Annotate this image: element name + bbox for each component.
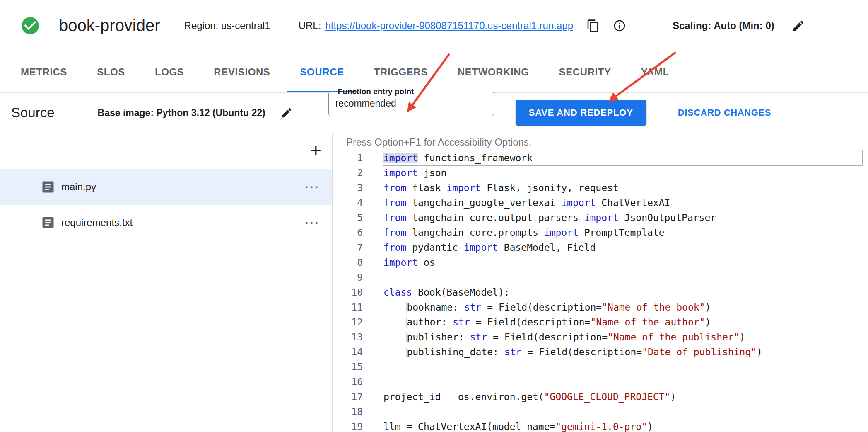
code-text: class Book(BaseModel): [383,285,862,300]
code-editor[interactable]: Press Option+F1 for Accessibility Option… [333,133,868,432]
cloud-run-service-page: book-provider Region: us-central1 URL: h… [0,0,868,432]
line-number: 13 [346,330,363,345]
line-number: 1 [346,150,363,165]
code-text: import json [383,165,862,180]
file-name: requirements.txt [61,217,305,228]
code-line-19[interactable]: 19llm = ChatVertexAI(model_name="gemini-… [346,419,862,432]
code-line-13[interactable]: 13 publisher: str = Field(description="N… [346,330,862,345]
code-line-18[interactable]: 18 [346,404,862,419]
scaling-label: Scaling: Auto (Min: 0) [673,20,774,32]
tab-source[interactable]: SOURCE [287,51,356,92]
line-number: 5 [346,210,363,225]
copy-url-icon[interactable] [586,19,600,32]
service-url-link[interactable]: https://book-provider-908087151170.us-ce… [325,20,573,32]
service-title: book-provider [59,16,160,35]
line-number: 18 [346,404,363,419]
line-number: 7 [346,240,363,255]
source-section-title: Source [11,105,55,121]
accessibility-hint: Press Option+F1 for Accessibility Option… [346,136,868,149]
line-number: 17 [346,389,363,404]
tab-triggers[interactable]: TRIGGERS [362,51,440,92]
code-text: from pydantic import BaseModel, Field [383,240,862,255]
code-text: author: str = Field(description="Name of… [383,315,862,330]
base-image-label: Base image: Python 3.12 (Ubuntu 22) [98,107,265,119]
tab-security[interactable]: SECURITY [547,51,624,92]
code-text: import functions_framework [383,150,862,165]
code-text: from flask import Flask, jsonify, reques… [383,180,862,195]
code-line-12[interactable]: 12 author: str = Field(description="Name… [346,315,862,330]
line-number: 8 [346,255,363,270]
code-line-8[interactable]: 8import os [346,255,862,270]
line-number: 2 [346,165,363,180]
service-status-ok-icon [20,15,41,36]
code-text: from langchain_core.output_parsers impor… [383,210,862,225]
code-line-10[interactable]: 10class Book(BaseModel): [346,285,862,300]
code-text: publishing_date: str = Field(description… [383,345,862,359]
file-panel-header: + [0,133,332,169]
add-file-button[interactable]: + [310,141,321,160]
tab-revisions[interactable]: REVISIONS [201,51,282,92]
info-icon[interactable] [613,19,626,32]
line-number: 11 [346,300,363,315]
code-text [383,404,862,419]
discard-changes-button[interactable]: DISCARD CHANGES [675,107,774,119]
edit-base-image-icon[interactable] [280,107,293,119]
code-line-7[interactable]: 7from pydantic import BaseModel, Field [346,240,862,255]
code-text: import os [383,255,862,270]
file-more-options-icon[interactable]: ··· [305,184,320,190]
line-number: 15 [346,359,363,374]
code-line-3[interactable]: 3from flask import Flask, jsonify, reque… [346,180,862,195]
code-lines[interactable]: 1import functions_framework2import json3… [346,150,868,432]
code-text: publisher: str = Field(description="Name… [383,330,862,345]
file-row-main-py[interactable]: main.py ··· [0,169,332,205]
line-number: 4 [346,195,363,210]
code-line-5[interactable]: 5from langchain_core.output_parsers impo… [346,210,862,225]
line-number: 12 [346,315,363,330]
code-line-15[interactable]: 15 [346,359,862,374]
source-action-bar: Source Base image: Python 3.12 (Ubuntu 2… [0,93,868,133]
tab-logs[interactable]: LOGS [142,51,196,92]
line-number: 14 [346,345,363,359]
line-number: 10 [346,285,363,300]
line-number: 6 [346,225,363,240]
code-line-2[interactable]: 2import json [346,165,862,180]
tab-metrics[interactable]: METRICS [8,51,80,92]
code-text [383,270,862,285]
line-number: 16 [346,374,363,389]
function-entry-point-label: Function entry point [335,87,417,96]
code-text: project_id = os.environ.get("GOOGLE_CLOU… [383,389,862,404]
code-text: from langchain_core.prompts import Promp… [383,225,862,240]
tab-networking[interactable]: NETWORKING [445,51,542,92]
code-line-17[interactable]: 17project_id = os.environ.get("GOOGLE_CL… [346,389,862,404]
function-entry-point-field: Function entry point [328,87,494,116]
code-text: llm = ChatVertexAI(model_name="gemini-1.… [383,419,862,432]
service-url-group: URL: https://book-provider-908087151170.… [299,19,626,32]
line-number: 19 [346,419,363,432]
file-more-options-icon[interactable]: ··· [305,220,320,226]
file-document-icon [41,215,55,230]
function-entry-point-input[interactable] [335,96,488,112]
code-line-16[interactable]: 16 [346,374,862,389]
code-line-11[interactable]: 11 bookname: str = Field(description="Na… [346,300,862,315]
line-number: 3 [346,180,363,195]
tab-slos[interactable]: SLOS [84,51,137,92]
code-line-6[interactable]: 6from langchain_core.prompts import Prom… [346,225,862,240]
source-content: + main.py ··· requirements.txt ··· Press… [0,133,868,432]
tab-bar: METRICS SLOS LOGS REVISIONS SOURCE TRIGG… [0,51,868,93]
save-and-redeploy-button[interactable]: SAVE AND REDEPLOY [516,100,646,126]
file-row-requirements-txt[interactable]: requirements.txt ··· [0,205,332,240]
file-name: main.py [61,181,305,193]
code-text [383,359,862,374]
line-number: 9 [346,270,363,285]
code-line-4[interactable]: 4from langchain_google_vertexai import C… [346,195,862,210]
code-line-9[interactable]: 9 [346,270,862,285]
code-line-14[interactable]: 14 publishing_date: str = Field(descript… [346,345,862,359]
code-line-1[interactable]: 1import functions_framework [346,150,862,165]
code-text: bookname: str = Field(description="Name … [383,300,862,315]
tab-yaml[interactable]: YAML [629,51,682,92]
edit-scaling-icon[interactable] [792,19,805,32]
file-document-icon [41,180,55,194]
file-panel: + main.py ··· requirements.txt ··· [0,133,333,432]
code-text [383,374,862,389]
code-text: from langchain_google_vertexai import Ch… [383,195,862,210]
